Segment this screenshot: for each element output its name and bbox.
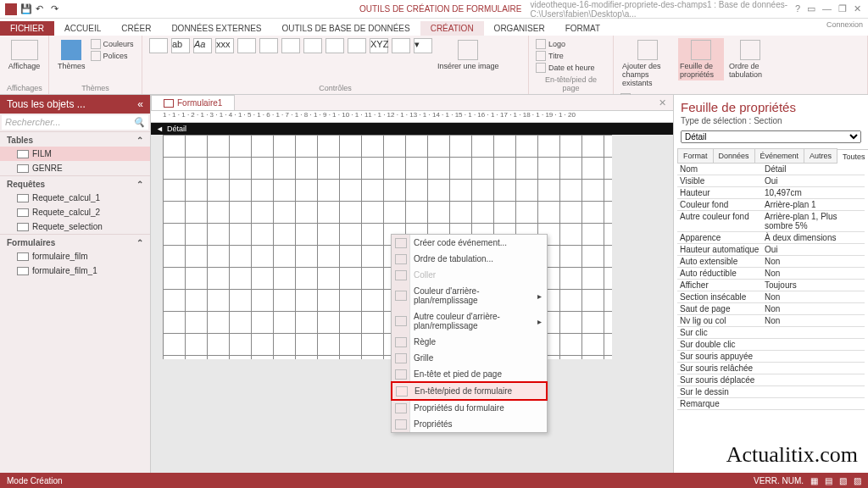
section-tables[interactable]: Tables⌃: [0, 131, 150, 147]
property-value[interactable]: [762, 386, 865, 397]
property-row[interactable]: Hauteur10,497cm: [677, 187, 865, 199]
property-value[interactable]: Oui: [762, 175, 865, 186]
property-row[interactable]: ApparenceÀ deux dimensions: [677, 232, 865, 244]
property-row[interactable]: Sur souris déplacée: [677, 374, 865, 386]
themes-button[interactable]: Thèmes: [56, 38, 87, 72]
property-value[interactable]: Détail: [762, 164, 865, 175]
property-value[interactable]: Oui: [762, 244, 865, 255]
property-row[interactable]: Sur le dessin: [677, 386, 865, 398]
menu-page-header-footer[interactable]: En-tête et pied de page: [392, 366, 547, 382]
tab-outils-bd[interactable]: OUTILS DE BASE DE DONNÉES: [272, 21, 420, 36]
property-row[interactable]: Saut de pageNon: [677, 303, 865, 315]
logo-button[interactable]: Logo: [536, 38, 606, 50]
view-layout-icon[interactable]: ▧: [839, 476, 847, 485]
property-value[interactable]: 10,497cm: [762, 187, 865, 198]
design-surface[interactable]: Créer code événement... Ordre de tabulat…: [151, 135, 673, 473]
nav-header[interactable]: Tous les objets ...«: [0, 95, 150, 114]
close-icon[interactable]: ✕: [854, 3, 861, 14]
tab-all[interactable]: Toutes: [837, 149, 868, 164]
control-line-icon[interactable]: [348, 38, 366, 53]
control-label-icon[interactable]: Aa: [193, 38, 212, 53]
property-row[interactable]: AfficherToujours: [677, 280, 865, 291]
section-queries[interactable]: Requêtes⌃: [0, 175, 150, 191]
tab-event[interactable]: Événement: [754, 148, 805, 163]
query-item[interactable]: Requete_calcul_2: [0, 205, 150, 219]
property-row[interactable]: Sur double clic: [677, 339, 865, 351]
property-value[interactable]: [762, 339, 865, 350]
ribbon-collapse-icon[interactable]: ▭: [807, 3, 815, 14]
property-value[interactable]: Non: [762, 315, 865, 326]
tab-format[interactable]: FORMAT: [555, 21, 610, 36]
insert-image-button[interactable]: Insérer une image: [436, 38, 501, 72]
property-value[interactable]: [762, 351, 865, 362]
property-value[interactable]: [762, 327, 865, 338]
property-row[interactable]: Autre couleur fondArrière-plan 1, Plus s…: [677, 211, 865, 232]
selection-dropdown[interactable]: Détail: [681, 130, 861, 143]
tab-format[interactable]: Format: [677, 148, 714, 163]
control-combo-icon[interactable]: [281, 38, 300, 53]
property-row[interactable]: Sur souris appuyée: [677, 351, 865, 363]
property-row[interactable]: VisibleOui: [677, 175, 865, 187]
help-icon[interactable]: ?: [795, 3, 800, 14]
colors-dropdown[interactable]: Couleurs: [91, 38, 134, 50]
property-row[interactable]: Couleur fondArrière-plan 1: [677, 199, 865, 211]
property-value[interactable]: Non: [762, 303, 865, 314]
menu-properties[interactable]: Propriétés: [392, 416, 547, 432]
minimize-icon[interactable]: —: [822, 3, 832, 14]
property-value[interactable]: Non: [762, 291, 865, 302]
property-row[interactable]: NomDétail: [677, 164, 865, 175]
document-tab[interactable]: Formulaire1: [151, 95, 235, 110]
property-value[interactable]: Non: [762, 268, 865, 279]
control-textbox-icon[interactable]: ab: [171, 38, 190, 53]
table-item-genre[interactable]: GENRE: [0, 161, 150, 175]
property-row[interactable]: Remarque: [677, 398, 865, 410]
menu-create-event[interactable]: Créer code événement...: [392, 235, 547, 251]
menu-ruler[interactable]: Règle: [392, 334, 547, 350]
property-sheet-button[interactable]: Feuille de propriétés: [678, 38, 724, 80]
property-row[interactable]: Sur souris relâchée: [677, 363, 865, 374]
undo-icon[interactable]: ↶: [36, 3, 47, 15]
tab-organiser[interactable]: ORGANISER: [484, 21, 555, 36]
tab-accueil[interactable]: ACCUEIL: [54, 21, 111, 36]
form-item[interactable]: formulaire_film: [0, 249, 150, 263]
property-row[interactable]: Section insécableNon: [677, 291, 865, 303]
query-item[interactable]: Requete_calcul_1: [0, 191, 150, 205]
menu-alt-bg-color[interactable]: Autre couleur d'arrière-plan/remplissage…: [392, 308, 547, 334]
property-value[interactable]: Toujours: [762, 280, 865, 291]
control-more-icon[interactable]: ▾: [414, 38, 432, 53]
property-row[interactable]: Nv lig ou colNon: [677, 315, 865, 327]
control-tab-icon[interactable]: [237, 38, 256, 53]
connexion-link[interactable]: Connexion: [826, 20, 863, 29]
property-row[interactable]: Auto réductibleNon: [677, 268, 865, 280]
view-datasheet-icon[interactable]: ▤: [825, 476, 832, 485]
fonts-dropdown[interactable]: Polices: [91, 50, 134, 62]
tab-order-button[interactable]: Ordre de tabulation: [727, 38, 773, 80]
search-input[interactable]: Rechercher...🔍: [2, 115, 148, 130]
property-value[interactable]: Non: [762, 256, 865, 267]
redo-icon[interactable]: ↷: [51, 3, 63, 15]
controls-gallery[interactable]: ab Aa xxx XYZ ▾ Insérer une image: [149, 38, 521, 72]
tab-data[interactable]: Données: [713, 148, 755, 163]
add-fields-button[interactable]: Ajouter des champs existants: [620, 38, 675, 89]
control-toggle-icon[interactable]: XYZ: [370, 38, 388, 53]
control-pointer-icon[interactable]: [149, 38, 168, 53]
property-value[interactable]: Arrière-plan 1, Plus sombre 5%: [762, 211, 865, 231]
form-item[interactable]: formulaire_film_1: [0, 263, 150, 278]
section-forms[interactable]: Formulaires⌃: [0, 234, 150, 249]
menu-form-properties[interactable]: Propriétés du formulaire: [392, 400, 547, 416]
close-doc-icon[interactable]: ✕: [659, 97, 673, 108]
property-value[interactable]: À deux dimensions: [762, 232, 865, 243]
control-list-icon[interactable]: [303, 38, 322, 53]
property-value[interactable]: [762, 363, 865, 374]
file-tab[interactable]: FICHIER: [0, 21, 54, 36]
property-value[interactable]: [762, 398, 865, 409]
tab-donnees-externes[interactable]: DONNÉES EXTERNES: [161, 21, 271, 36]
view-button[interactable]: Affichage: [7, 38, 42, 72]
date-button[interactable]: Date et heure: [536, 62, 606, 74]
view-form-icon[interactable]: ▦: [810, 476, 818, 485]
property-value[interactable]: [762, 374, 865, 385]
control-button-icon[interactable]: xxx: [215, 38, 234, 53]
menu-form-header-footer[interactable]: En-tête/pied de formulaire: [391, 381, 548, 401]
save-icon[interactable]: 💾: [20, 3, 32, 15]
property-row[interactable]: Sur clic: [677, 327, 865, 339]
